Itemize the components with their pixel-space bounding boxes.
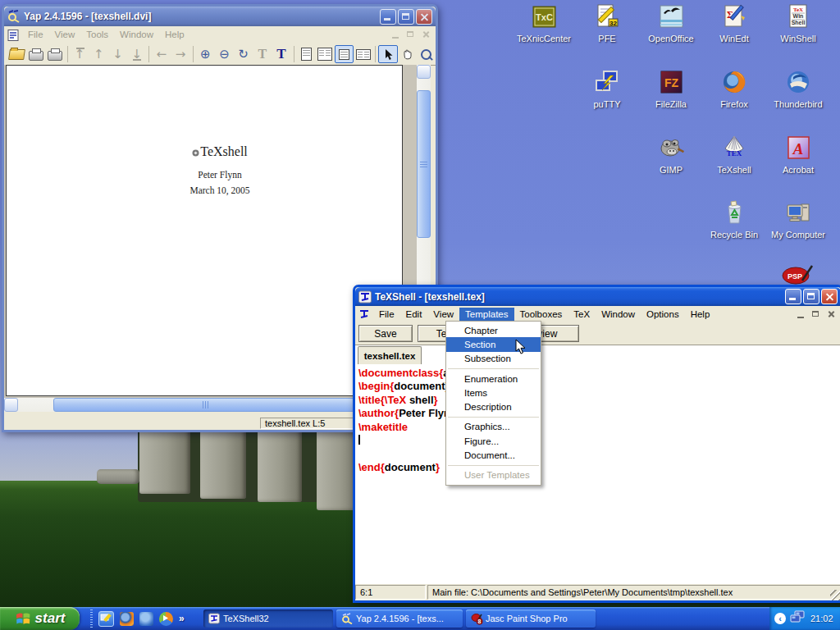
yap-mdi-close[interactable] [420,30,432,40]
menu-templates[interactable]: Templates [459,308,514,322]
start-button[interactable]: start [0,607,80,630]
texshell-titlebar[interactable]: TeXShell - [texshell.tex] [355,287,840,306]
menu-item-figure[interactable]: Figure... [446,434,541,448]
texshell-mdi-minimize[interactable] [796,309,808,320]
back-button[interactable]: ← [152,45,171,63]
yap-menu-view[interactable]: View [49,28,81,42]
menu-window[interactable]: Window [596,308,641,322]
desktop-icon-winshell[interactable]: TeX Win Shell WinShell [768,3,829,45]
yap-mdi-minimize[interactable] [390,30,403,40]
ruler-tool-button[interactable]: T [253,45,272,63]
editor-line[interactable] [358,434,839,447]
desktop-icon-winedt[interactable]: Σ WinEdt [704,3,765,45]
first-page-button[interactable]: ↑ [71,45,89,63]
desktop-icon-thunderbird[interactable]: Thunderbird [768,69,829,111]
menu-item-user-templates[interactable]: User Templates [446,468,541,482]
yap-menu-file[interactable]: File [22,28,49,42]
select-tool-button[interactable] [378,45,397,63]
show-desktop-icon[interactable] [98,611,114,627]
desktop-icon-openoffice[interactable]: OpenOffice [641,3,701,45]
desktop-icon-putty[interactable]: puTTY [577,69,637,111]
quick-launch-thunderbird-icon[interactable] [139,612,153,626]
single-page-view-button[interactable] [297,45,316,63]
quick-launch-handle[interactable] [90,609,93,628]
editor-line[interactable]: \maketitle [358,421,839,434]
menu-edit[interactable]: Edit [400,308,428,322]
yap-minimize-button[interactable] [380,9,396,25]
facing-pages-view-button[interactable] [316,45,335,63]
desktop-icon-filezilla[interactable]: FZ FileZilla [641,69,701,111]
zoom-out-button[interactable]: ⊖ [215,45,234,63]
resize-grip[interactable] [830,590,840,600]
desktop-icon-psp-partial[interactable]: PSP [779,262,815,285]
text-tool-button[interactable]: T [272,45,290,63]
desktop-icon-pfe[interactable]: 32 PFE [577,3,637,45]
taskbar-button-yap[interactable]: Yap 2.4.1596 - [texs... [336,609,463,628]
editor-line[interactable]: \documentclass{a [358,367,839,380]
menu-item-items[interactable]: Items [446,386,541,399]
quick-launch-media-player-icon[interactable] [159,612,173,626]
vertical-scroll-thumb[interactable] [417,90,431,238]
texshell-mdi-restore[interactable] [810,309,823,320]
print-button[interactable] [26,45,45,63]
menu-item-description[interactable]: Description [446,399,541,413]
save-button[interactable]: Save [358,325,413,342]
menu-view[interactable]: View [427,308,459,322]
forward-button[interactable]: → [171,45,190,63]
desktop-icon-acrobat[interactable]: A Acrobat [768,135,829,176]
editor-line[interactable]: \end{document} [358,461,839,474]
desktop-icon-gimp[interactable]: GIMP [641,135,701,176]
last-page-button[interactable]: ↓ [127,45,146,63]
yap-menu-tools[interactable]: Tools [80,28,114,42]
yap-menu-window[interactable]: Window [114,28,159,42]
yap-close-button[interactable] [416,9,432,25]
editor-line[interactable]: \title{\TeX shell} [358,394,839,407]
menu-item-chapter[interactable]: Chapter [446,323,541,337]
taskbar-button-texshell32[interactable]: TeXShell32 [203,609,333,628]
editor-line[interactable]: \author{Peter Flynn} [358,407,839,420]
menu-tex[interactable]: TeX [568,308,596,322]
quick-launch-firefox-icon[interactable] [120,612,134,626]
menu-item-document[interactable]: Document... [446,448,541,462]
texshell-close-button[interactable] [821,289,838,304]
magnifier-tool-button[interactable] [417,45,436,63]
desktop-icon-recycle-bin[interactable]: Recycle Bin [704,199,765,241]
hand-tool-button[interactable] [398,45,417,63]
zoom-in-button[interactable]: ⊕ [196,45,215,63]
yap-maximize-button[interactable] [398,9,414,25]
quick-launch-chevron[interactable]: » [179,613,185,624]
texshell-minimize-button[interactable] [785,289,801,304]
desktop-icon-firefox[interactable]: Firefox [704,69,765,111]
previous-page-button[interactable]: ↑ [89,45,108,63]
taskbar-button-paint-shop-pro[interactable]: 8 Jasc Paint Shop Pro [466,609,596,628]
menu-help[interactable]: Help [685,308,716,322]
network-tray-icon[interactable] [790,610,805,627]
horizontal-scroll-thumb[interactable] [53,398,357,412]
continuous-facing-view-button[interactable] [354,45,372,63]
tab-texshell-tex[interactable]: texshell.tex [358,346,422,364]
continuous-view-button[interactable] [335,45,354,63]
editor-text[interactable]: \documentclass{a\begin{document}\title{\… [358,367,839,582]
tray-hide-chevron[interactable]: ‹ [774,613,786,624]
desktop-icon-my-computer[interactable]: My Computer [768,199,829,241]
texshell-mdi-close[interactable] [825,309,838,320]
refresh-button[interactable]: ↻ [234,45,253,63]
desktop-icon-texniccenter[interactable]: TxC TeXnicCenter [514,3,574,45]
editor-line[interactable] [358,447,839,460]
open-button[interactable] [7,45,26,63]
menu-file[interactable]: File [373,308,400,322]
scroll-left-button[interactable] [4,398,18,412]
menu-toolboxes[interactable]: Toolboxes [514,308,568,322]
yap-menu-help[interactable]: Help [159,28,190,42]
menu-item-graphics[interactable]: Graphics... [446,420,541,434]
yap-titlebar[interactable]: Yap 2.4.1596 - [texshell.dvi] [4,7,436,26]
scroll-up-button[interactable] [417,65,431,79]
editor-line[interactable]: \begin{document} [358,380,839,393]
yap-mdi-restore[interactable] [405,30,418,40]
next-page-button[interactable]: ↓ [108,45,127,63]
menu-item-enumeration[interactable]: Enumeration [446,372,541,386]
texshell-maximize-button[interactable] [803,289,819,304]
print-setup-button[interactable] [45,45,64,63]
desktop-icon-texshell[interactable]: TEX TeXshell [704,135,765,176]
menu-options[interactable]: Options [641,308,685,322]
